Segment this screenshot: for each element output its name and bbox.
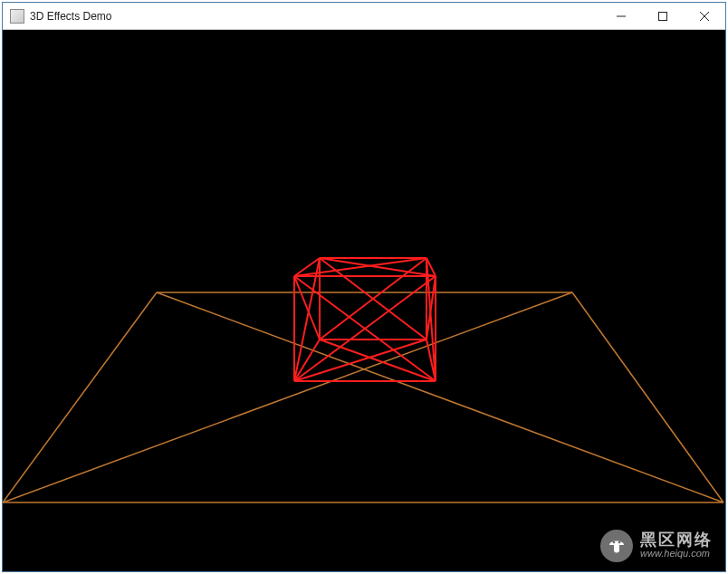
maximize-icon [658, 12, 667, 21]
app-icon [10, 9, 24, 24]
svg-line-5 [572, 292, 723, 502]
minimize-button[interactable] [600, 3, 642, 30]
close-icon [700, 12, 709, 21]
svg-line-7 [3, 292, 157, 502]
svg-line-9 [157, 292, 723, 502]
window-title: 3D Effects Demo [30, 10, 111, 23]
minimize-icon [617, 12, 626, 21]
scene-canvas [3, 30, 725, 571]
svg-line-8 [3, 292, 572, 502]
close-button[interactable] [684, 3, 725, 30]
maximize-button[interactable] [642, 3, 684, 30]
viewport-3d[interactable]: 黑区网络 www.heiqu.com [3, 30, 725, 571]
titlebar[interactable]: 3D Effects Demo [3, 3, 725, 30]
svg-line-31 [320, 258, 436, 276]
svg-rect-1 [659, 12, 667, 20]
app-window: 3D Effects Demo [2, 2, 726, 572]
